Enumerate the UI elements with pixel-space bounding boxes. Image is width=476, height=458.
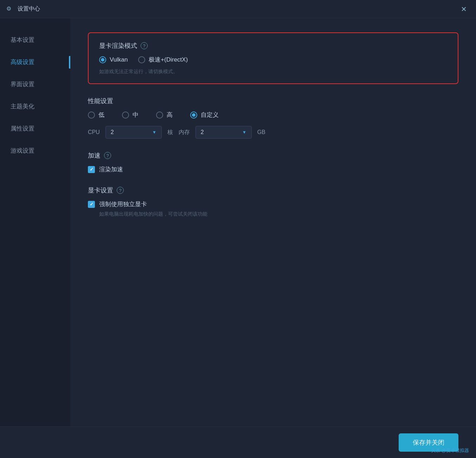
perf-custom-text: 自定义 — [201, 111, 219, 119]
perf-high-radio[interactable] — [156, 112, 163, 119]
vulkan-label: Vulkan — [110, 56, 128, 63]
bottom-bar: 保存并关闭 头条 @安卓模拟器 — [0, 426, 476, 458]
perf-mid-label[interactable]: 中 — [122, 111, 139, 119]
render-accel-checkbox[interactable]: ✓ — [88, 166, 95, 173]
close-button[interactable]: ✕ — [458, 4, 470, 15]
content-area: 显卡渲染模式 ? Vulkan 极速+(DirectX) 如游戏无法正常运行，请… — [70, 18, 476, 426]
titlebar-title: 设置中心 — [18, 5, 40, 13]
watermark: 头条 @安卓模拟器 — [431, 447, 469, 454]
vulkan-radio[interactable] — [99, 56, 106, 63]
perf-custom-label[interactable]: 自定义 — [190, 111, 219, 119]
cpu-label: CPU — [88, 129, 100, 135]
gpu-render-hint: 如游戏无法正常运行，请切换模式。 — [99, 69, 447, 75]
perf-cpu-row: CPU 2 ▼ 核 内存 2 ▼ GB — [88, 126, 458, 139]
cpu-select-arrow: ▼ — [152, 130, 156, 135]
perf-mid-radio[interactable] — [122, 112, 129, 119]
acceleration-title: 加速 ? — [88, 151, 458, 160]
gpu-settings-section: 显卡设置 ? ✓ 强制使用独立显卡 如果电脑出现耗电加快的问题，可尝试关闭该功能 — [88, 186, 458, 217]
force-discrete-checkbox[interactable]: ✓ — [88, 201, 95, 208]
gb-unit: GB — [257, 129, 265, 135]
memory-select[interactable]: 2 ▼ — [195, 126, 252, 139]
cpu-select[interactable]: 2 ▼ — [105, 126, 162, 139]
perf-low-label[interactable]: 低 — [88, 111, 104, 119]
settings-icon: ⚙ — [6, 5, 14, 13]
core-unit: 核 — [167, 129, 173, 136]
directx-radio-label[interactable]: 极速+(DirectX) — [138, 56, 188, 64]
directx-label: 极速+(DirectX) — [149, 56, 188, 64]
memory-value: 2 — [201, 129, 204, 135]
perf-custom-radio[interactable] — [190, 112, 197, 119]
sidebar-item-advanced[interactable]: 高级设置 — [0, 51, 70, 73]
vulkan-radio-label[interactable]: Vulkan — [99, 56, 128, 63]
acceleration-section: 加速 ? ✓ 渲染加速 — [88, 151, 458, 173]
render-accel-row[interactable]: ✓ 渲染加速 — [88, 165, 458, 173]
performance-section: 性能设置 低 中 高 自定义 — [88, 97, 458, 139]
perf-low-text: 低 — [98, 111, 104, 119]
directx-radio[interactable] — [138, 56, 145, 63]
acceleration-help-icon[interactable]: ? — [104, 152, 111, 159]
main-layout: 基本设置 高级设置 界面设置 主题美化 属性设置 游戏设置 显卡渲染模式 ? — [0, 18, 476, 426]
perf-mid-text: 中 — [133, 111, 139, 119]
performance-title: 性能设置 — [88, 97, 458, 105]
sidebar-item-game[interactable]: 游戏设置 — [0, 140, 70, 162]
perf-high-text: 高 — [167, 111, 173, 119]
titlebar-left: ⚙ 设置中心 — [6, 5, 40, 13]
sidebar: 基本设置 高级设置 界面设置 主题美化 属性设置 游戏设置 — [0, 18, 70, 426]
force-discrete-row[interactable]: ✓ 强制使用独立显卡 — [88, 200, 458, 208]
memory-select-arrow: ▼ — [242, 130, 246, 135]
sidebar-item-properties[interactable]: 属性设置 — [0, 117, 70, 140]
gpu-settings-title: 显卡设置 ? — [88, 186, 458, 195]
sidebar-item-theme[interactable]: 主题美化 — [0, 95, 70, 117]
gpu-render-title: 显卡渲染模式 ? — [99, 42, 447, 50]
gpu-render-radio-group: Vulkan 极速+(DirectX) — [99, 56, 447, 64]
gpu-render-section: 显卡渲染模式 ? Vulkan 极速+(DirectX) 如游戏无法正常运行，请… — [88, 32, 458, 84]
render-accel-label: 渲染加速 — [99, 165, 123, 173]
memory-label: 内存 — [179, 129, 190, 136]
sidebar-item-interface[interactable]: 界面设置 — [0, 73, 70, 95]
gpu-settings-hint: 如果电脑出现耗电加快的问题，可尝试关闭该功能 — [88, 211, 458, 217]
gpu-render-help-icon[interactable]: ? — [141, 42, 148, 49]
performance-radio-row: 低 中 高 自定义 — [88, 111, 458, 119]
titlebar: ⚙ 设置中心 ✕ — [0, 0, 476, 18]
perf-low-radio[interactable] — [88, 112, 95, 119]
sidebar-item-basic[interactable]: 基本设置 — [0, 29, 70, 51]
gpu-settings-help-icon[interactable]: ? — [117, 187, 124, 194]
force-discrete-label: 强制使用独立显卡 — [99, 200, 147, 208]
cpu-value: 2 — [111, 129, 114, 135]
perf-high-label[interactable]: 高 — [156, 111, 173, 119]
